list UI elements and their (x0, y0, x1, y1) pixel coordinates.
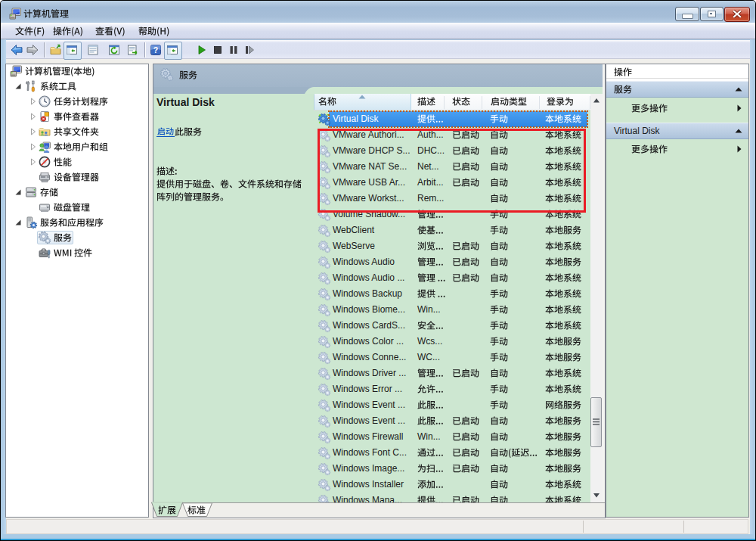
svg-text:?: ? (153, 45, 158, 54)
